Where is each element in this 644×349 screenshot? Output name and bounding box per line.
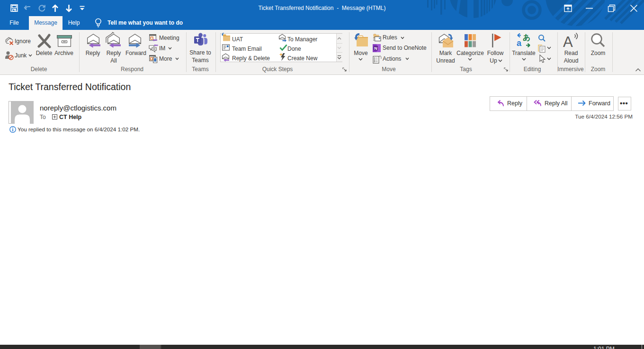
svg-text:A: A (563, 34, 573, 48)
svg-text:N: N (374, 46, 377, 51)
svg-text:a: a (517, 38, 522, 47)
svg-text:あ: あ (523, 33, 530, 42)
